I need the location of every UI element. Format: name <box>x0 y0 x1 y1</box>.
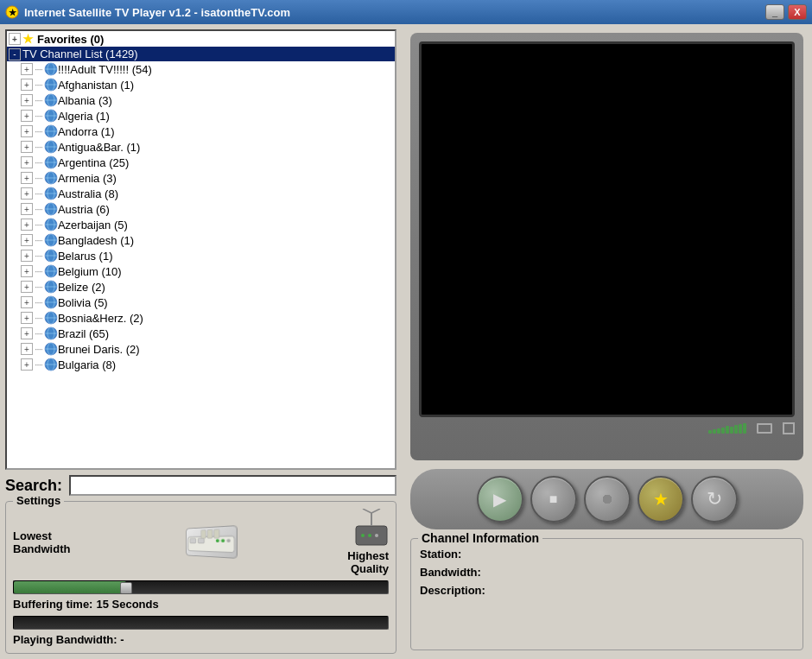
title-text: Internet Satellite TV Player v1.2 - isat… <box>24 6 290 19</box>
globe-icon <box>44 342 58 356</box>
list-item[interactable]: + ····· Andorra (1) <box>7 124 395 139</box>
list-item[interactable]: + ····· Armenia (3) <box>7 170 395 186</box>
quality-marker[interactable] <box>120 582 132 594</box>
video-screen[interactable] <box>419 41 795 417</box>
expand-favorites-icon[interactable]: + <box>9 33 21 45</box>
expand-icon[interactable]: + <box>21 358 33 371</box>
modem-icon <box>186 525 238 559</box>
channel-list-label: TV Channel List (1429) <box>22 48 138 60</box>
expand-icon[interactable]: + <box>21 156 33 168</box>
expand-icon[interactable]: + <box>21 203 33 215</box>
expand-icon[interactable]: + <box>21 94 33 106</box>
list-item[interactable]: + ····· Azerbaijan (5) <box>7 217 395 232</box>
refresh-icon: ↻ <box>707 488 722 510</box>
list-item[interactable]: + ····· Belgium (10) <box>7 263 395 279</box>
globe-icon <box>44 171 58 185</box>
stop-button[interactable]: ■ <box>530 476 577 523</box>
title-controls: _ X <box>765 4 807 20</box>
expand-icon[interactable]: + <box>21 265 33 277</box>
video-bottom <box>419 422 795 434</box>
close-button[interactable]: X <box>788 4 807 20</box>
search-input[interactable] <box>69 475 396 496</box>
expand-icon[interactable]: + <box>21 110 33 122</box>
list-item[interactable]: + ····· Brazil (65) <box>7 326 395 341</box>
vol-bar-7 <box>734 425 738 434</box>
channel-list-container: + ★ Favorites (0) - TV Channel List (142… <box>5 29 396 470</box>
expand-icon[interactable]: + <box>21 327 33 339</box>
globe-icon <box>44 109 58 123</box>
playing-label: Playing Bandwidth: <box>13 633 120 646</box>
expand-icon[interactable]: + <box>21 219 33 231</box>
settings-panel: Settings Lowest Bandwidth <box>5 501 396 654</box>
item-label: Belize (2) <box>58 281 105 294</box>
tv-channel-list-item[interactable]: - TV Channel List (1429) <box>7 47 395 61</box>
volume-bars <box>708 423 746 434</box>
play-button[interactable]: ▶ <box>477 476 523 523</box>
record-button[interactable]: ⏺ <box>584 476 631 523</box>
controls-bar: ▶ ■ ⏺ ★ ↻ <box>410 469 803 529</box>
search-label: Search: <box>5 477 62 495</box>
svg-point-74 <box>375 534 378 537</box>
expand-icon[interactable]: + <box>21 187 33 200</box>
favorites-item[interactable]: + ★ Favorites (0) <box>7 31 395 47</box>
list-item[interactable]: + ····· Bangladesh (1) <box>7 232 395 248</box>
aspect-ratio-icon[interactable] <box>757 423 772 434</box>
globe-icon <box>44 358 58 371</box>
globe-icon <box>44 326 58 340</box>
bandwidth-info-row: Bandwidth: <box>420 566 794 579</box>
list-item[interactable]: + ····· Algeria (1) <box>7 108 395 124</box>
favorite-button[interactable]: ★ <box>638 476 684 523</box>
list-item[interactable]: + ····· Argentina (25) <box>7 155 395 170</box>
vol-bar-4 <box>721 428 725 434</box>
expand-icon[interactable]: + <box>21 343 33 355</box>
svg-point-73 <box>368 534 371 537</box>
item-label: Belarus (1) <box>58 250 113 263</box>
list-item[interactable]: + ····· Brunei Daris. (2) <box>7 341 395 357</box>
list-item[interactable]: + ····· !!!!Adult TV!!!!! (54) <box>7 61 395 77</box>
list-item[interactable]: + ····· Belize (2) <box>7 279 395 295</box>
svg-rect-64 <box>198 538 204 543</box>
globe-icon <box>44 249 58 263</box>
list-item[interactable]: + ····· Bolivia (5) <box>7 295 395 310</box>
expand-icon[interactable]: + <box>21 281 33 293</box>
list-item[interactable]: + ····· Australia (8) <box>7 186 395 201</box>
expand-icon[interactable]: + <box>21 312 33 324</box>
expand-icon[interactable]: + <box>21 234 33 246</box>
globe-icon <box>44 218 58 231</box>
station-label: Station: <box>420 548 498 561</box>
item-label: Armenia (3) <box>58 172 117 185</box>
list-item[interactable]: + ····· Bulgaria (8) <box>7 357 395 372</box>
list-item[interactable]: + ····· Albania (3) <box>7 92 395 108</box>
expand-icon[interactable]: + <box>21 296 33 308</box>
vol-bar-1 <box>708 430 712 434</box>
expand-icon[interactable]: + <box>21 172 33 184</box>
resize-icon[interactable] <box>783 422 795 434</box>
vol-bar-6 <box>730 427 733 434</box>
quality-slider-container[interactable] <box>13 580 389 594</box>
record-icon: ⏺ <box>600 491 614 507</box>
refresh-button[interactable]: ↻ <box>691 476 738 523</box>
list-item[interactable]: + ····· Belarus (1) <box>7 248 395 263</box>
item-label: Brunei Daris. (2) <box>58 343 140 356</box>
playing-row: Playing Bandwidth: - <box>13 633 389 646</box>
expand-icon[interactable]: + <box>21 141 33 153</box>
channel-list[interactable]: + ★ Favorites (0) - TV Channel List (142… <box>7 31 395 468</box>
quality-label: Quality <box>351 562 389 575</box>
expand-icon[interactable]: + <box>21 125 33 137</box>
minimize-button[interactable]: _ <box>765 4 784 20</box>
globe-icon <box>44 202 58 216</box>
list-item[interactable]: + ····· Austria (6) <box>7 201 395 217</box>
list-item[interactable]: + ····· Afghanistan (1) <box>7 77 395 92</box>
expand-icon[interactable]: + <box>21 250 33 262</box>
item-label: !!!!Adult TV!!!!! (54) <box>58 63 152 76</box>
expand-icon[interactable]: + <box>21 79 33 91</box>
expand-icon[interactable]: + <box>21 63 33 75</box>
playing-bandwidth-slider-container[interactable] <box>13 616 389 630</box>
buffering-row: Buffering time: 15 Seconds <box>13 598 389 611</box>
item-label: Albania (3) <box>58 94 112 107</box>
buffering-label: Buffering time: <box>13 598 92 611</box>
expand-channels-icon[interactable]: - <box>9 48 21 60</box>
list-item[interactable]: + ····· Bosnia&Herz. (2) <box>7 310 395 326</box>
list-item[interactable]: + ····· Antigua&Bar. (1) <box>7 139 395 155</box>
item-label: Australia (8) <box>58 187 118 200</box>
